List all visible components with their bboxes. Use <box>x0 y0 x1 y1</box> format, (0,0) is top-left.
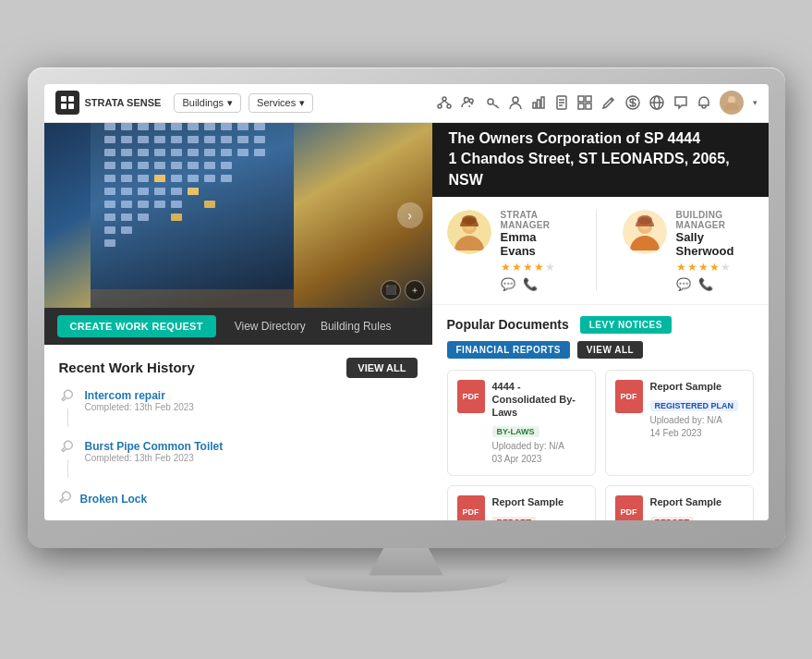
svg-rect-36 <box>138 123 149 130</box>
work-item-title[interactable]: Burst Pipe Common Toilet <box>85 440 224 453</box>
work-connector-line <box>67 409 68 427</box>
svg-rect-99 <box>171 214 182 221</box>
svg-point-9 <box>464 98 468 103</box>
doc-tag-bylaws: BY-LAWS <box>492 426 539 437</box>
strata-manager-card: Strata Manager Emma Evans ★★★★★ 💬 📞 <box>447 210 570 291</box>
services-dropdown[interactable]: Services ▾ <box>248 93 313 113</box>
financial-reports-filter-btn[interactable]: FINANCIAL REPORTS <box>447 341 570 359</box>
building-rules-link[interactable]: Building Rules <box>321 320 392 333</box>
strata-manager-info: Strata Manager Emma Evans ★★★★★ 💬 📞 <box>501 210 570 291</box>
docs-view-all-button[interactable]: VIEW ALL <box>577 341 643 359</box>
svg-point-109 <box>637 215 652 225</box>
docs-title: Popular Documents <box>447 317 569 332</box>
svg-rect-34 <box>104 123 115 130</box>
svg-rect-52 <box>237 136 248 143</box>
avatar-chevron[interactable]: ▾ <box>753 98 757 107</box>
buildings-dropdown[interactable]: Buildings ▾ <box>174 93 241 113</box>
svg-rect-37 <box>154 123 165 130</box>
grid-icon[interactable] <box>577 95 592 110</box>
svg-rect-56 <box>138 149 149 156</box>
message-icon[interactable]: 💬 <box>501 277 515 291</box>
strata-manager-avatar <box>447 210 491 254</box>
phone-icon[interactable]: 📞 <box>523 277 538 291</box>
svg-rect-42 <box>237 123 248 130</box>
svg-rect-93 <box>138 214 149 221</box>
document-card[interactable]: PDF Report Sample REGISTERED PLAN Upload… <box>605 370 754 477</box>
svg-rect-61 <box>221 149 232 156</box>
left-panel: › ⬛ ＋ CREATE WORK REQUEST View Directory… <box>44 123 432 520</box>
message-icon[interactable]: 💬 <box>676 277 691 291</box>
work-item-title[interactable]: Broken Lock <box>80 493 148 506</box>
svg-rect-100 <box>154 175 165 182</box>
strata-manager-stars: ★★★★★ <box>501 261 570 274</box>
carousel-controls: ⬛ ＋ <box>381 280 425 300</box>
people-icon[interactable] <box>461 95 476 110</box>
bell-icon[interactable] <box>697 95 710 110</box>
svg-rect-51 <box>221 136 232 143</box>
svg-rect-62 <box>237 149 248 156</box>
person-icon[interactable] <box>509 95 522 110</box>
work-item-date: Completed: 13th Feb 2023 <box>85 402 194 412</box>
globe-icon[interactable] <box>649 95 664 110</box>
pen-icon[interactable] <box>601 95 616 110</box>
svg-rect-46 <box>138 136 149 143</box>
monitor-bezel: STRATA SENSE Buildings ▾ Services ▾ <box>28 67 785 548</box>
logo-icon <box>55 91 79 115</box>
recent-work-header: Recent Work History VIEW ALL <box>59 358 418 378</box>
svg-rect-40 <box>204 123 215 130</box>
svg-rect-50 <box>204 136 215 143</box>
chart-icon[interactable] <box>531 95 546 110</box>
right-panel: The Owners Corporation of SP 4444 1 Chan… <box>432 123 769 520</box>
svg-rect-76 <box>171 175 182 182</box>
carousel-play-btn[interactable]: ＋ <box>405 280 425 300</box>
network-icon[interactable] <box>437 95 452 110</box>
svg-rect-59 <box>188 149 199 156</box>
doc-title: Report Sample <box>650 495 744 508</box>
stand-base <box>305 576 508 592</box>
recent-work-view-all-button[interactable]: VIEW ALL <box>346 358 417 378</box>
document-card[interactable]: PDF Report Sample REPORT <box>447 485 596 519</box>
user-avatar[interactable] <box>720 91 744 115</box>
dollar-icon[interactable] <box>625 95 640 110</box>
carousel-pause-btn[interactable]: ⬛ <box>381 280 401 300</box>
building-image: › ⬛ ＋ <box>44 123 432 308</box>
create-work-request-button[interactable]: CREATE WORK REQUEST <box>57 315 216 337</box>
work-item-date: Completed: 13th Feb 2023 <box>85 453 224 463</box>
work-item-content: Intercom repair Completed: 13th Feb 2023 <box>85 389 194 412</box>
svg-rect-89 <box>154 201 165 208</box>
svg-rect-16 <box>537 100 539 108</box>
doc-info: Report Sample REPORT <box>650 495 744 519</box>
svg-rect-88 <box>138 201 149 208</box>
key-icon[interactable] <box>485 95 500 110</box>
svg-point-5 <box>438 104 442 108</box>
doc-title: Report Sample <box>650 380 744 393</box>
action-links: View Directory Building Rules <box>235 320 392 333</box>
carousel-next-btn[interactable]: › <box>397 202 423 228</box>
svg-rect-54 <box>104 149 115 156</box>
work-item: Burst Pipe Common Toilet Completed: 13th… <box>59 440 418 478</box>
svg-rect-84 <box>171 188 182 195</box>
phone-icon[interactable]: 📞 <box>698 277 713 291</box>
svg-rect-81 <box>121 188 132 195</box>
recent-work-title: Recent Work History <box>59 360 195 375</box>
app-logo: STRATA SENSE <box>55 91 162 115</box>
svg-rect-35 <box>121 123 132 130</box>
work-item: Broken Lock <box>59 491 418 507</box>
building-manager-info: Building Manager Sally Sherwood ★★★★★ 💬 … <box>676 210 754 291</box>
svg-rect-91 <box>104 214 115 221</box>
document-card[interactable]: PDF Report Sample REPORT <box>605 485 754 519</box>
file-icon[interactable] <box>555 95 568 110</box>
chat-icon[interactable] <box>673 95 688 110</box>
stand-neck <box>370 548 443 576</box>
svg-rect-79 <box>221 175 232 182</box>
view-directory-link[interactable]: View Directory <box>235 320 306 333</box>
document-card[interactable]: PDF 4444 - Consolidated By-Laws BY-LAWS … <box>447 370 596 477</box>
work-item-title[interactable]: Intercom repair <box>85 389 194 402</box>
svg-rect-77 <box>188 175 199 182</box>
svg-rect-24 <box>578 104 584 109</box>
levy-notices-filter-btn[interactable]: LEVY NOTICES <box>580 316 672 334</box>
monitor-wrapper: STRATA SENSE Buildings ▾ Services ▾ <box>28 67 785 592</box>
doc-meta: Uploaded by: N/A 14 Feb 2023 <box>650 414 744 440</box>
svg-rect-101 <box>91 289 294 308</box>
svg-rect-72 <box>104 175 115 182</box>
